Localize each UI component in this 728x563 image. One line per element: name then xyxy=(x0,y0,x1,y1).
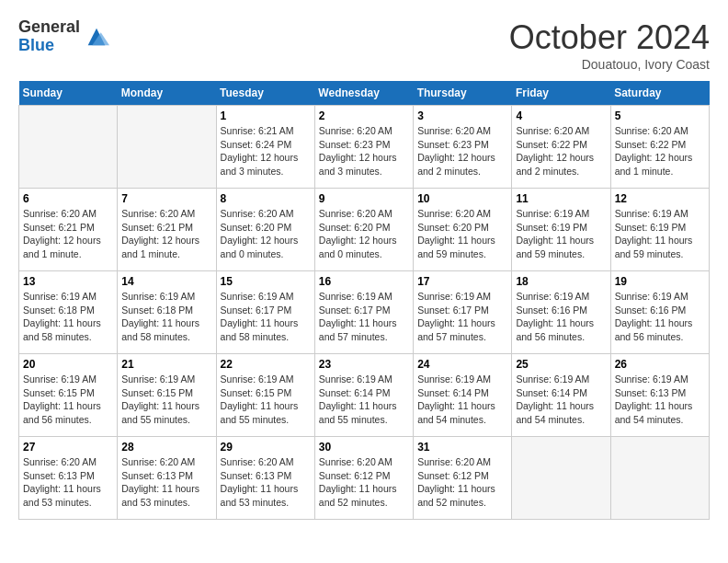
header-cell-tuesday: Tuesday xyxy=(216,81,314,106)
calendar-cell: 19Sunrise: 6:19 AM Sunset: 6:16 PM Dayli… xyxy=(610,271,709,354)
day-info: Sunrise: 6:19 AM Sunset: 6:14 PM Dayligh… xyxy=(516,373,606,427)
day-number: 28 xyxy=(121,441,211,454)
calendar-week-3: 13Sunrise: 6:19 AM Sunset: 6:18 PM Dayli… xyxy=(19,271,710,354)
calendar-week-5: 27Sunrise: 6:20 AM Sunset: 6:13 PM Dayli… xyxy=(19,437,710,520)
day-info: Sunrise: 6:20 AM Sunset: 6:12 PM Dayligh… xyxy=(417,455,507,510)
calendar-cell: 30Sunrise: 6:20 AM Sunset: 6:12 PM Dayli… xyxy=(314,437,413,520)
calendar-cell: 2Sunrise: 6:20 AM Sunset: 6:23 PM Daylig… xyxy=(314,106,413,189)
day-number: 14 xyxy=(121,275,211,288)
day-info: Sunrise: 6:19 AM Sunset: 6:15 PM Dayligh… xyxy=(221,373,311,427)
calendar-cell: 18Sunrise: 6:19 AM Sunset: 6:16 PM Dayli… xyxy=(512,271,610,354)
calendar-cell: 25Sunrise: 6:19 AM Sunset: 6:14 PM Dayli… xyxy=(512,354,610,437)
header-cell-thursday: Thursday xyxy=(414,81,512,106)
calendar-cell xyxy=(512,437,610,520)
day-info: Sunrise: 6:20 AM Sunset: 6:22 PM Dayligh… xyxy=(516,124,606,178)
day-number: 20 xyxy=(23,358,113,371)
logo-general: General xyxy=(18,18,80,37)
calendar-cell xyxy=(610,437,709,520)
day-number: 15 xyxy=(221,275,311,288)
calendar-cell: 11Sunrise: 6:19 AM Sunset: 6:19 PM Dayli… xyxy=(512,189,610,271)
day-number: 6 xyxy=(23,192,113,205)
title-block: October 2024 Douatouo, Ivory Coast xyxy=(509,18,710,72)
day-number: 12 xyxy=(615,192,705,205)
calendar-cell: 31Sunrise: 6:20 AM Sunset: 6:12 PM Dayli… xyxy=(414,437,512,520)
calendar-cell: 7Sunrise: 6:20 AM Sunset: 6:21 PM Daylig… xyxy=(118,189,216,271)
day-number: 3 xyxy=(417,109,507,122)
day-info: Sunrise: 6:19 AM Sunset: 6:18 PM Dayligh… xyxy=(23,290,113,344)
day-number: 10 xyxy=(417,192,507,205)
day-info: Sunrise: 6:19 AM Sunset: 6:14 PM Dayligh… xyxy=(319,373,409,427)
logo-blue: Blue xyxy=(18,37,80,55)
day-number: 23 xyxy=(319,358,409,371)
header-row: SundayMondayTuesdayWednesdayThursdayFrid… xyxy=(19,81,710,106)
calendar-cell: 6Sunrise: 6:20 AM Sunset: 6:21 PM Daylig… xyxy=(19,189,118,271)
day-number: 4 xyxy=(516,109,606,122)
header-cell-wednesday: Wednesday xyxy=(314,81,413,106)
day-info: Sunrise: 6:20 AM Sunset: 6:21 PM Dayligh… xyxy=(23,207,113,261)
day-number: 31 xyxy=(417,441,507,454)
day-number: 19 xyxy=(615,275,705,288)
calendar-cell: 23Sunrise: 6:19 AM Sunset: 6:14 PM Dayli… xyxy=(314,354,413,437)
day-info: Sunrise: 6:20 AM Sunset: 6:23 PM Dayligh… xyxy=(319,124,409,178)
day-number: 24 xyxy=(417,358,507,371)
day-info: Sunrise: 6:20 AM Sunset: 6:20 PM Dayligh… xyxy=(417,207,507,261)
calendar-cell: 1Sunrise: 6:21 AM Sunset: 6:24 PM Daylig… xyxy=(216,106,314,189)
calendar-cell: 5Sunrise: 6:20 AM Sunset: 6:22 PM Daylig… xyxy=(610,106,709,189)
day-info: Sunrise: 6:20 AM Sunset: 6:13 PM Dayligh… xyxy=(221,455,311,510)
day-info: Sunrise: 6:19 AM Sunset: 6:16 PM Dayligh… xyxy=(615,290,705,344)
calendar-cell: 10Sunrise: 6:20 AM Sunset: 6:20 PM Dayli… xyxy=(414,189,512,271)
header-cell-friday: Friday xyxy=(512,81,610,106)
calendar-week-2: 6Sunrise: 6:20 AM Sunset: 6:21 PM Daylig… xyxy=(19,189,710,271)
day-number: 21 xyxy=(121,358,211,371)
logo: General Blue xyxy=(18,18,109,55)
day-info: Sunrise: 6:19 AM Sunset: 6:15 PM Dayligh… xyxy=(23,373,113,427)
calendar-cell: 16Sunrise: 6:19 AM Sunset: 6:17 PM Dayli… xyxy=(314,271,413,354)
calendar-cell: 20Sunrise: 6:19 AM Sunset: 6:15 PM Dayli… xyxy=(19,354,118,437)
calendar-cell: 15Sunrise: 6:19 AM Sunset: 6:17 PM Dayli… xyxy=(216,271,314,354)
day-info: Sunrise: 6:19 AM Sunset: 6:13 PM Dayligh… xyxy=(615,373,705,427)
day-number: 8 xyxy=(221,192,311,205)
page-header: General Blue October 2024 Douatouo, Ivor… xyxy=(18,18,710,72)
month-title: October 2024 xyxy=(509,18,710,57)
calendar-cell: 3Sunrise: 6:20 AM Sunset: 6:23 PM Daylig… xyxy=(414,106,512,189)
day-number: 9 xyxy=(319,192,409,205)
day-number: 26 xyxy=(615,358,705,371)
day-number: 5 xyxy=(615,109,705,122)
calendar-cell: 8Sunrise: 6:20 AM Sunset: 6:20 PM Daylig… xyxy=(216,189,314,271)
calendar-cell: 29Sunrise: 6:20 AM Sunset: 6:13 PM Dayli… xyxy=(216,437,314,520)
day-info: Sunrise: 6:19 AM Sunset: 6:18 PM Dayligh… xyxy=(121,290,211,344)
day-number: 7 xyxy=(121,192,211,205)
calendar-cell: 28Sunrise: 6:20 AM Sunset: 6:13 PM Dayli… xyxy=(118,437,216,520)
day-info: Sunrise: 6:20 AM Sunset: 6:13 PM Dayligh… xyxy=(121,455,211,510)
calendar-week-1: 1Sunrise: 6:21 AM Sunset: 6:24 PM Daylig… xyxy=(19,106,710,189)
calendar-cell: 17Sunrise: 6:19 AM Sunset: 6:17 PM Dayli… xyxy=(414,271,512,354)
day-info: Sunrise: 6:19 AM Sunset: 6:14 PM Dayligh… xyxy=(417,373,507,427)
day-info: Sunrise: 6:20 AM Sunset: 6:22 PM Dayligh… xyxy=(615,124,705,178)
calendar-cell: 12Sunrise: 6:19 AM Sunset: 6:19 PM Dayli… xyxy=(610,189,709,271)
day-info: Sunrise: 6:19 AM Sunset: 6:16 PM Dayligh… xyxy=(516,290,606,344)
day-number: 27 xyxy=(23,441,113,454)
day-info: Sunrise: 6:21 AM Sunset: 6:24 PM Dayligh… xyxy=(221,124,311,178)
day-info: Sunrise: 6:19 AM Sunset: 6:17 PM Dayligh… xyxy=(221,290,311,344)
calendar-cell: 13Sunrise: 6:19 AM Sunset: 6:18 PM Dayli… xyxy=(19,271,118,354)
day-number: 13 xyxy=(23,275,113,288)
calendar-cell: 4Sunrise: 6:20 AM Sunset: 6:22 PM Daylig… xyxy=(512,106,610,189)
calendar-header: SundayMondayTuesdayWednesdayThursdayFrid… xyxy=(19,81,710,106)
calendar-cell: 26Sunrise: 6:19 AM Sunset: 6:13 PM Dayli… xyxy=(610,354,709,437)
day-number: 2 xyxy=(319,109,409,122)
day-info: Sunrise: 6:19 AM Sunset: 6:17 PM Dayligh… xyxy=(319,290,409,344)
location-subtitle: Douatouo, Ivory Coast xyxy=(509,57,710,72)
day-number: 29 xyxy=(221,441,311,454)
calendar-week-4: 20Sunrise: 6:19 AM Sunset: 6:15 PM Dayli… xyxy=(19,354,710,437)
day-number: 30 xyxy=(319,441,409,454)
day-info: Sunrise: 6:19 AM Sunset: 6:17 PM Dayligh… xyxy=(417,290,507,344)
day-info: Sunrise: 6:20 AM Sunset: 6:12 PM Dayligh… xyxy=(319,455,409,510)
calendar-cell: 9Sunrise: 6:20 AM Sunset: 6:20 PM Daylig… xyxy=(314,189,413,271)
calendar-cell: 14Sunrise: 6:19 AM Sunset: 6:18 PM Dayli… xyxy=(118,271,216,354)
header-cell-sunday: Sunday xyxy=(19,81,118,106)
day-info: Sunrise: 6:19 AM Sunset: 6:19 PM Dayligh… xyxy=(516,207,606,261)
day-number: 11 xyxy=(516,192,606,205)
day-info: Sunrise: 6:20 AM Sunset: 6:20 PM Dayligh… xyxy=(221,207,311,261)
day-info: Sunrise: 6:20 AM Sunset: 6:20 PM Dayligh… xyxy=(319,207,409,261)
header-cell-monday: Monday xyxy=(118,81,216,106)
